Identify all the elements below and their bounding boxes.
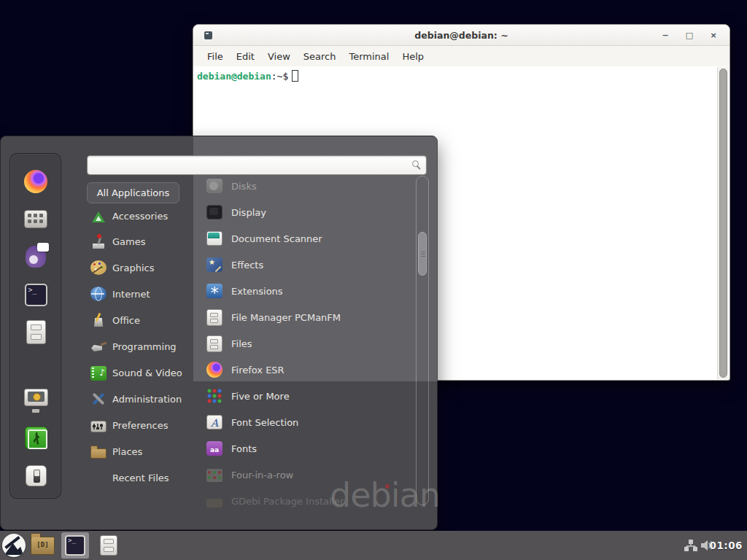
menu-file[interactable]: File bbox=[201, 51, 230, 62]
letter-a-serif-icon bbox=[206, 415, 222, 429]
app-font-selection[interactable]: Font Selection bbox=[206, 410, 409, 435]
sidebar-firefox-icon[interactable] bbox=[23, 168, 49, 195]
trowel-icon bbox=[90, 338, 107, 354]
folder-icon bbox=[90, 448, 107, 459]
desktop: debian@debian: ~ − □ × File Edit View Se… bbox=[0, 0, 747, 560]
sidebar-typewriter-icon[interactable] bbox=[23, 206, 49, 232]
network-icon[interactable] bbox=[684, 540, 697, 554]
app-file-manager-pcmanfm[interactable]: File Manager PCManFM bbox=[206, 305, 409, 330]
category-label: Accessories bbox=[112, 211, 168, 222]
sidebar-pidgin-icon[interactable] bbox=[23, 244, 49, 270]
category-recent-files[interactable]: Recent Files bbox=[87, 465, 196, 490]
category-internet[interactable]: Internet bbox=[87, 281, 196, 306]
menu-help[interactable]: Help bbox=[395, 51, 430, 62]
app-label: Files bbox=[231, 338, 252, 349]
sidebar-logout-icon[interactable] bbox=[23, 424, 49, 451]
app-label: Disks bbox=[231, 181, 257, 192]
empty-icon bbox=[90, 470, 107, 486]
app-firefox-esr[interactable]: Firefox ESR bbox=[206, 357, 409, 382]
app-effects[interactable]: Effects bbox=[206, 252, 409, 277]
pen-cup-icon bbox=[90, 312, 107, 328]
taskbar-clock[interactable]: 01:06 bbox=[710, 540, 743, 551]
app-label: Effects bbox=[231, 260, 263, 271]
category-office[interactable]: Office bbox=[87, 308, 196, 332]
search-icon bbox=[412, 160, 419, 167]
search-input[interactable] bbox=[87, 155, 427, 175]
menu-scrollbar[interactable] bbox=[416, 176, 429, 505]
app-files[interactable]: Files bbox=[206, 331, 409, 356]
file-cabinet-icon bbox=[26, 320, 46, 344]
accessories-icon bbox=[90, 208, 107, 224]
package-icon bbox=[206, 499, 222, 508]
terminal-scrollbar-thumb[interactable] bbox=[719, 69, 727, 378]
category-graphics[interactable]: Graphics bbox=[87, 255, 196, 280]
app-label: File Manager PCManFM bbox=[231, 312, 341, 323]
file-cabinet-icon bbox=[206, 309, 222, 326]
terminal-icon bbox=[25, 284, 47, 306]
menu-edit[interactable]: Edit bbox=[230, 51, 261, 62]
terminal-task-button[interactable] bbox=[61, 532, 89, 559]
close-button[interactable]: × bbox=[709, 31, 718, 40]
film-note-icon bbox=[90, 366, 107, 381]
category-label: Sound & Video bbox=[112, 368, 182, 378]
terminal-cursor bbox=[292, 70, 298, 82]
app-disks[interactable]: Disks bbox=[206, 174, 409, 198]
sliders-icon bbox=[90, 421, 107, 432]
sidebar-terminal-icon[interactable] bbox=[23, 281, 49, 308]
menu-scrollbar-thumb[interactable] bbox=[418, 232, 427, 276]
folder-d-mark: [D] bbox=[31, 541, 54, 548]
firefox-icon bbox=[206, 362, 222, 378]
category-sound-video[interactable]: Sound & Video bbox=[87, 360, 196, 385]
category-label: Administration bbox=[112, 394, 182, 405]
file-manager-launcher[interactable]: [D] bbox=[31, 537, 55, 555]
app-label: Fonts bbox=[231, 443, 257, 454]
category-label: Programming bbox=[112, 341, 177, 352]
firefox-icon bbox=[24, 170, 47, 193]
file-cabinet-icon bbox=[206, 335, 222, 352]
all-applications-button[interactable]: All Applications bbox=[87, 182, 179, 203]
terminal-icon bbox=[65, 535, 85, 556]
globe-icon bbox=[90, 287, 107, 301]
minimize-button[interactable]: − bbox=[661, 31, 670, 40]
maximize-button[interactable]: □ bbox=[685, 31, 694, 40]
category-accessories[interactable]: Accessories bbox=[87, 203, 196, 228]
terminal-menubar: File Edit View Search Terminal Help bbox=[193, 46, 729, 66]
fonts-purple-icon bbox=[206, 441, 222, 456]
app-document-scanner[interactable]: Document Scanner bbox=[206, 226, 409, 251]
terminal-titlebar[interactable]: debian@debian: ~ − □ × bbox=[193, 25, 729, 46]
category-administration[interactable]: Administration bbox=[87, 386, 196, 411]
files-launcher[interactable] bbox=[100, 535, 117, 556]
menu-view[interactable]: View bbox=[261, 51, 297, 62]
category-preferences[interactable]: Preferences bbox=[87, 413, 196, 438]
app-fonts[interactable]: Fonts bbox=[206, 436, 409, 461]
monitor-dark-icon bbox=[206, 205, 222, 219]
app-four-in-a-row[interactable]: Four-in-a-row bbox=[206, 462, 409, 487]
category-places[interactable]: Places bbox=[87, 439, 196, 464]
sidebar-lock-screen-icon[interactable] bbox=[23, 386, 49, 413]
menu-terminal[interactable]: Terminal bbox=[342, 51, 395, 62]
menu-button[interactable] bbox=[2, 534, 26, 557]
app-display[interactable]: Display bbox=[206, 200, 409, 225]
category-games[interactable]: Games bbox=[87, 229, 196, 254]
app-label: Font Selection bbox=[231, 417, 298, 428]
log-out-icon bbox=[25, 427, 47, 449]
app-label: Document Scanner bbox=[231, 233, 322, 244]
app-label: GDebi Package Installer bbox=[231, 496, 344, 507]
app-gdebi-package-installer[interactable]: GDebi Package Installer bbox=[206, 489, 409, 513]
app-five-or-more[interactable]: Five or More bbox=[206, 384, 409, 408]
category-programming[interactable]: Programming bbox=[87, 334, 196, 359]
app-label: Firefox ESR bbox=[231, 365, 285, 376]
terminal-scrollbar[interactable] bbox=[717, 67, 729, 379]
category-label: Preferences bbox=[112, 420, 168, 431]
sidebar-files-icon[interactable] bbox=[23, 319, 49, 345]
app-label: Four-in-a-row bbox=[231, 470, 293, 481]
menu-search[interactable]: Search bbox=[297, 51, 343, 62]
prompt-suffix: :~$ bbox=[271, 71, 288, 82]
sidebar-shutdown-icon[interactable] bbox=[23, 462, 49, 489]
app-label: Extensions bbox=[231, 286, 283, 297]
app-extensions[interactable]: Extensions bbox=[206, 279, 409, 303]
category-label: Places bbox=[112, 446, 142, 457]
category-label: Internet bbox=[112, 289, 150, 300]
applications-menu: All Applications Accessories Games Graph… bbox=[0, 136, 438, 530]
terminal-prompt: debian@debian:~$ bbox=[197, 70, 298, 82]
